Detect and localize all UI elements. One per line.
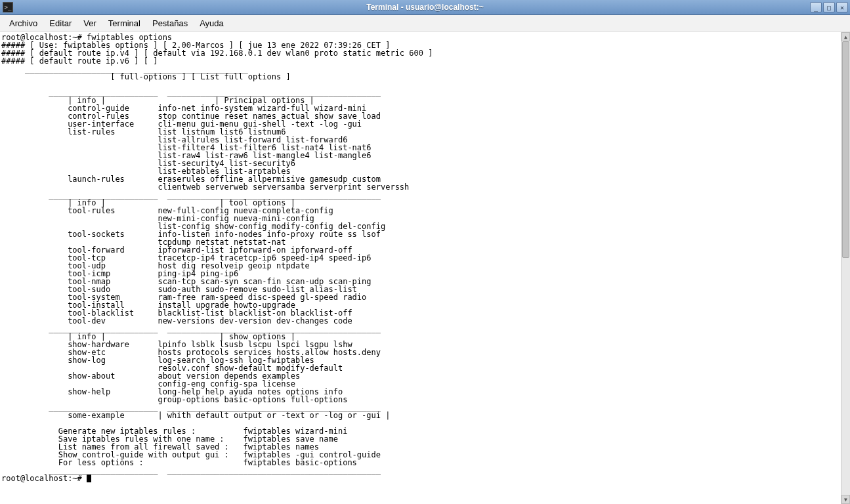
scroll-down-button[interactable]: ▼ <box>841 495 850 504</box>
menu-pestanas[interactable]: Pestañas <box>147 16 193 30</box>
menu-ayuda[interactable]: Ayuda <box>194 16 229 30</box>
menu-ver[interactable]: Ver <box>78 16 102 30</box>
output-line: some-example | whith default output or -… <box>1 411 390 420</box>
output-line: [ full-options ] [ List full options ] <box>1 72 291 81</box>
window-close-button[interactable]: ✕ <box>836 2 848 12</box>
window-maximize-button[interactable]: □ <box>823 2 835 12</box>
vertical-scrollbar[interactable]: ▲ ▼ <box>841 32 850 504</box>
terminal-output[interactable]: root@localhost:~# fwiptables options ###… <box>0 32 841 504</box>
window-minimize-button[interactable]: _ <box>810 2 822 12</box>
window-title: Terminal - usuario@localhost:~ <box>366 3 484 12</box>
terminal-cursor <box>87 474 91 482</box>
menu-bar: Archivo Editar Ver Terminal Pestañas Ayu… <box>0 15 850 32</box>
menu-editar[interactable]: Editar <box>44 16 77 30</box>
terminal-app-icon: >_ <box>3 2 13 12</box>
scroll-thumb[interactable] <box>842 41 849 258</box>
scroll-up-button[interactable]: ▲ <box>841 32 850 41</box>
prompt: root@localhost:~# <box>1 474 87 483</box>
menu-terminal[interactable]: Terminal <box>103 16 146 30</box>
menu-archivo[interactable]: Archivo <box>4 16 43 30</box>
window-titlebar: >_ Terminal - usuario@localhost:~ _ □ ✕ <box>0 0 850 15</box>
